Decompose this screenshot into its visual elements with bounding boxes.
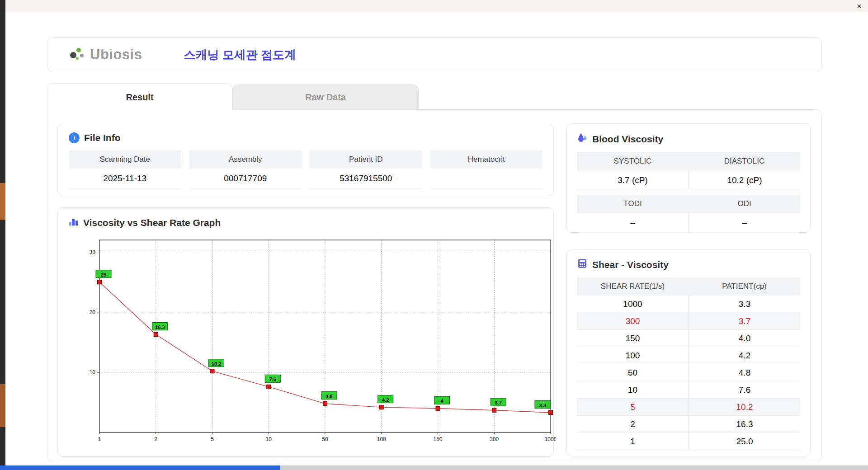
desktop-fragment (0, 384, 5, 427)
graph-title-row: Viscosity vs Shear Rate Graph (68, 216, 553, 229)
col-shear-rate: SHEAR RATE(1/s) (577, 277, 689, 296)
svg-text:10: 10 (90, 369, 96, 376)
odi-label: ODI (689, 195, 800, 213)
svg-text:10: 10 (266, 436, 272, 442)
shear-viscosity-title-row: Shear - Viscosity (577, 258, 800, 271)
tab-raw-data-label: Raw Data (305, 92, 346, 103)
table-row: 100 4.2 (577, 347, 800, 364)
shear-cell: 2 (577, 416, 689, 432)
patient-cell: 25.0 (689, 433, 800, 450)
viscosity-chart: 1020302516.310.27.64.84.243.73.312510501… (79, 233, 556, 449)
field-value: 000717709 (189, 169, 302, 188)
diastolic-value: 10.2 (cP) (689, 170, 800, 190)
todi-label: TODI (577, 195, 689, 213)
svg-text:150: 150 (433, 436, 442, 442)
info-icon: i (69, 132, 80, 143)
field-scanning-date: Scanning Date 2025-11-13 (69, 150, 181, 188)
shear-cell: 150 (577, 330, 689, 347)
patient-cell: 4.8 (689, 364, 800, 381)
svg-text:4.8: 4.8 (326, 394, 332, 399)
desktop-fragment (0, 183, 5, 220)
field-assembly: Assembly 000717709 (189, 150, 302, 188)
field-value: 2025-11-13 (69, 169, 181, 188)
svg-text:1: 1 (98, 436, 101, 442)
table-row: 2 16.3 (577, 416, 800, 433)
field-label: Scanning Date (69, 150, 181, 169)
svg-text:16.3: 16.3 (155, 324, 165, 330)
window-titlebar: × (5, 0, 868, 12)
svg-text:10.2: 10.2 (212, 361, 221, 367)
bar-chart-icon (68, 216, 79, 229)
file-info-title-row: i File Info (69, 132, 542, 143)
file-info-card: i File Info Scanning Date 2025-11-13 Ass… (57, 124, 554, 196)
patient-cell: 7.6 (689, 381, 800, 398)
tab-result[interactable]: Result (47, 83, 232, 111)
shear-cell: 50 (577, 364, 689, 381)
shear-viscosity-table: SHEAR RATE(1/s) PATIENT(cp) 1000 3.3 300… (577, 277, 800, 450)
svg-text:100: 100 (377, 436, 386, 442)
patient-cell: 16.3 (689, 416, 800, 432)
taskbar-strip (0, 465, 280, 470)
shear-cell: 300 (577, 313, 689, 329)
svg-text:4.2: 4.2 (382, 397, 389, 403)
table-row: 1 25.0 (577, 433, 800, 450)
field-value (430, 169, 543, 188)
calculator-icon (577, 258, 588, 271)
desktop-background (0, 0, 5, 470)
shear-viscosity-card: Shear - Viscosity SHEAR RATE(1/s) PATIEN… (566, 249, 811, 456)
patient-cell: 4.2 (689, 347, 800, 364)
field-label: Assembly (189, 150, 302, 169)
shear-cell: 5 (577, 399, 689, 415)
patient-cell: 10.2 (689, 399, 800, 415)
svg-text:2: 2 (154, 436, 157, 442)
svg-text:7.6: 7.6 (269, 376, 276, 382)
field-hematocrit: Hematocrit (430, 150, 543, 188)
graph-title: Viscosity vs Shear Rate Graph (83, 217, 221, 228)
table-row: 5 10.2 (577, 399, 800, 416)
shear-viscosity-title: Shear - Viscosity (592, 259, 669, 270)
col-patient: PATIENT(cp) (689, 277, 800, 296)
tab-result-label: Result (126, 92, 153, 103)
patient-cell: 3.7 (689, 313, 800, 329)
app-window: × Ubiosis 스캐닝 모세관 점도계 Result Raw Data i (5, 0, 868, 465)
close-icon[interactable]: × (857, 2, 862, 10)
table-header: SHEAR RATE(1/s) PATIENT(cp) (577, 277, 800, 296)
blood-viscosity-grid: SYSTOLIC DIASTOLIC 3.7 (cP) 10.2 (cP) TO… (577, 152, 800, 233)
svg-text:50: 50 (322, 436, 328, 442)
app-header: Ubiosis 스캐닝 모세관 점도계 (47, 37, 822, 72)
svg-text:25: 25 (101, 272, 106, 277)
window-bottom-edge (280, 465, 868, 470)
blood-viscosity-card: Blood Viscosity SYSTOLIC DIASTOLIC 3.7 (… (566, 123, 811, 233)
result-panel: i File Info Scanning Date 2025-11-13 Ass… (47, 109, 822, 462)
chart-area: 1020302516.310.27.64.84.243.73.312510501… (79, 233, 553, 451)
svg-text:20: 20 (90, 309, 96, 315)
shear-cell: 10 (577, 381, 689, 398)
svg-text:3.3: 3.3 (539, 403, 546, 408)
table-row: 10 7.6 (577, 381, 800, 399)
blood-viscosity-title: Blood Viscosity (592, 134, 663, 145)
field-label: Patient ID (310, 150, 422, 169)
odi-value: – (689, 213, 800, 233)
systolic-value: 3.7 (cP) (577, 170, 689, 190)
logo-text: Ubiosis (90, 47, 142, 63)
tab-raw-data[interactable]: Raw Data (232, 85, 419, 110)
svg-text:1000: 1000 (545, 436, 556, 442)
logo-dots-icon (67, 45, 87, 65)
table-row: 50 4.8 (577, 364, 800, 381)
droplet-icon (577, 132, 588, 146)
table-row: 150 4.0 (577, 330, 800, 347)
shear-cell: 100 (577, 347, 689, 364)
diastolic-label: DIASTOLIC (689, 152, 800, 170)
svg-text:300: 300 (490, 436, 499, 442)
svg-text:3.7: 3.7 (495, 400, 502, 405)
svg-text:30: 30 (90, 249, 96, 255)
svg-text:5: 5 (211, 436, 214, 442)
file-info-fields: Scanning Date 2025-11-13 Assembly 000717… (69, 150, 542, 188)
field-value: 53167915500 (310, 169, 422, 188)
svg-text:4: 4 (440, 398, 443, 404)
todi-value: – (577, 213, 689, 233)
file-info-title: File Info (84, 132, 121, 143)
shear-cell: 1 (577, 433, 689, 450)
blood-viscosity-title-row: Blood Viscosity (577, 132, 800, 146)
page-title: 스캐닝 모세관 점도계 (184, 47, 296, 63)
